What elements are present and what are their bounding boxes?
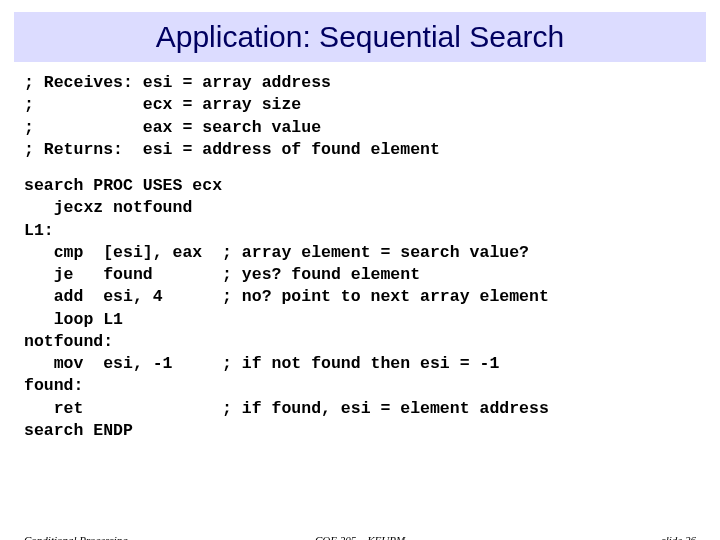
- code-body: search PROC USES ecx jecxz notfound L1: …: [24, 175, 720, 442]
- slide-title: Application: Sequential Search: [14, 12, 706, 62]
- footer-right: slide 26: [661, 534, 696, 540]
- footer-center: COE 205 – KFUPM: [0, 534, 720, 540]
- code-header: ; Receives: esi = array address ; ecx = …: [24, 72, 720, 161]
